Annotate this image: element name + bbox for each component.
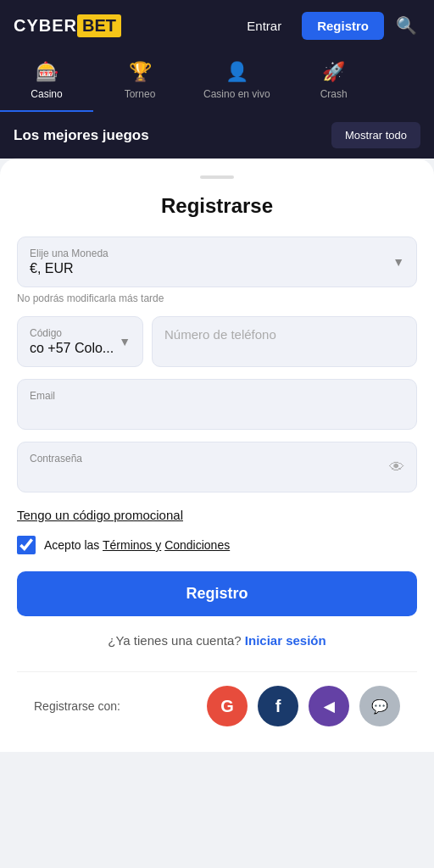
header: CYBER BET Entrar Registro 🔍 [0,0,434,51]
currency-value: €, EUR [30,261,108,276]
twitch-icon: ◀ [324,698,334,715]
form-sheet: Registrarse Elije una Moneda €, EUR ▼ No… [0,159,434,752]
currency-hint: No podrás modificarla más tarde [17,292,417,304]
password-wrapper[interactable]: Contraseña 👁 [17,442,417,492]
tab-casino[interactable]: 🎰 Casino [0,51,93,112]
best-games-bar: Los mejores juegos Mostrar todo [0,112,434,159]
logo-cyber: CYBER [14,16,77,36]
email-input[interactable] [30,403,404,419]
search-icon: 🔍 [396,16,417,35]
conditions-link[interactable]: Condiciones [164,538,230,552]
terms-prefix: Acepto las [44,538,103,552]
twitch-login-button[interactable]: ◀ [309,686,349,726]
google-icon: G [220,697,234,716]
currency-field-group: Elije una Moneda €, EUR ▼ [17,236,417,287]
chevron-down-icon: ▼ [392,255,404,269]
facebook-login-button[interactable]: f [258,686,298,726]
currency-label: Elije una Moneda [30,248,108,259]
email-label: Email [30,390,404,402]
tab-crash[interactable]: 🚀 Crash [287,51,381,112]
discord-login-button[interactable]: 💬 [359,686,400,726]
phone-code-selector[interactable]: Código co +57 Colo... ▼ [17,316,143,367]
facebook-icon: f [275,697,281,716]
password-input[interactable] [30,466,389,481]
crash-icon: 🚀 [322,61,345,83]
phone-row: Código co +57 Colo... ▼ [17,316,417,367]
social-section: Registrarse con: G f ◀ 💬 [17,671,417,726]
iniciar-sesion-link[interactable]: Iniciar sesión [245,633,326,648]
terms-label: Acepto las Términos y Condiciones [44,538,230,552]
tab-casino-vivo-label: Casino en vivo [203,88,270,100]
phone-code-label: Código [30,327,114,339]
phone-number-field[interactable] [152,316,417,367]
password-label: Contraseña [30,453,389,465]
currency-selector[interactable]: Elije una Moneda €, EUR ▼ [17,236,417,287]
terms-checkbox-row: Acepto las Términos y Condiciones [17,536,417,554]
eye-icon[interactable]: 👁 [389,459,404,476]
terms-checkbox[interactable] [17,536,36,554]
logo: CYBER BET [14,14,121,37]
terms-link[interactable]: Términos y [103,538,161,552]
social-icons: G f ◀ 💬 [207,686,400,726]
phone-input[interactable] [164,327,404,342]
login-prompt-text: ¿Ya tienes una cuenta? [108,633,241,648]
torneo-icon: 🏆 [129,61,152,83]
logo-bet: BET [77,14,121,37]
google-login-button[interactable]: G [207,686,248,726]
nav-tabs: 🎰 Casino 🏆 Torneo 👤 Casino en vivo 🚀 Cra… [0,51,434,112]
entrar-button[interactable]: Entrar [235,12,293,40]
promo-link[interactable]: Tengo un código promocional [17,508,183,522]
phone-chevron-icon: ▼ [119,335,131,348]
login-prompt: ¿Ya tienes una cuenta? Iniciar sesión [17,633,417,648]
email-wrapper[interactable]: Email [17,379,417,430]
phone-code-value: co +57 Colo... [30,341,114,356]
tab-torneo-label: Torneo [125,88,156,100]
password-field-group: Contraseña 👁 [17,442,417,492]
sheet-handle [200,175,234,179]
mostrar-todo-button[interactable]: Mostrar todo [331,122,420,148]
casino-icon: 🎰 [36,61,58,83]
casino-vivo-icon: 👤 [225,61,248,83]
tab-torneo[interactable]: 🏆 Torneo [93,51,186,112]
tab-casino-label: Casino [31,88,62,100]
email-field-group: Email [17,379,417,430]
registro-main-button[interactable]: Registro [17,571,417,616]
form-title: Registrarse [17,194,417,218]
registro-header-button[interactable]: Registro [302,12,384,40]
header-actions: Entrar Registro 🔍 [235,12,420,40]
discord-icon: 💬 [371,698,388,715]
tab-casino-en-vivo[interactable]: 👤 Casino en vivo [186,51,287,112]
search-button[interactable]: 🔍 [392,12,420,39]
tab-crash-label: Crash [320,88,348,100]
social-label: Registrarse con: [34,699,120,713]
best-games-title: Los mejores juegos [14,127,149,144]
